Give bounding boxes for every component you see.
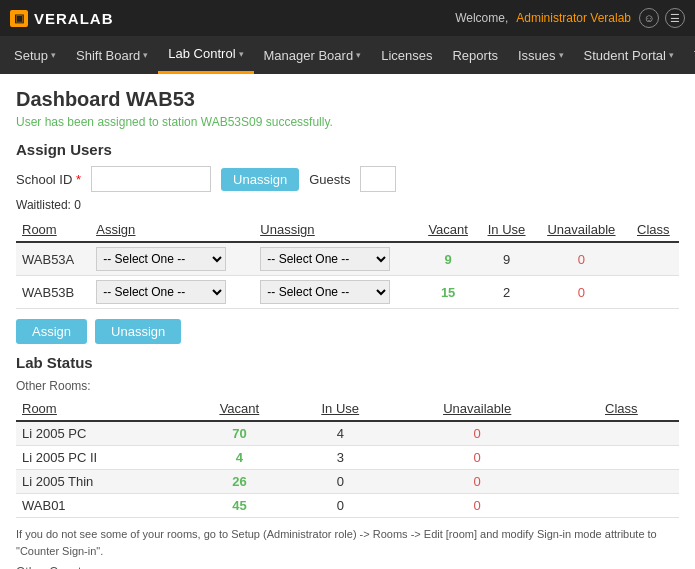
- nav-reports[interactable]: Reports: [442, 36, 508, 74]
- th-class: Class: [628, 218, 679, 242]
- ls-class-cell: [564, 421, 679, 446]
- inuse-cell: 9: [478, 242, 535, 276]
- class-cell: [628, 242, 679, 276]
- nav-student-portal[interactable]: Student Portal ▾: [574, 36, 684, 74]
- school-id-input[interactable]: [91, 166, 211, 192]
- ls-inuse-cell: 3: [290, 446, 391, 470]
- ls-unavail-cell: 0: [391, 421, 564, 446]
- ls-room-cell: Li 2005 PC: [16, 421, 189, 446]
- info-text: If you do not see some of your rooms, go…: [16, 526, 679, 559]
- ls-inuse-cell: 0: [290, 470, 391, 494]
- nav-setup[interactable]: Setup ▾: [4, 36, 66, 74]
- unassign-button[interactable]: Unassign: [95, 319, 181, 344]
- assign-users-title: Assign Users: [16, 141, 679, 158]
- unassign-select-cell: -- Select One --: [254, 242, 418, 276]
- unassign-select[interactable]: -- Select One --: [260, 280, 390, 304]
- student-caret: ▾: [669, 50, 674, 60]
- ls-th-room: Room: [16, 397, 189, 421]
- ls-class-cell: [564, 494, 679, 518]
- manager-caret: ▾: [356, 50, 361, 60]
- th-assign: Assign: [90, 218, 254, 242]
- ls-unavail-cell: 0: [391, 446, 564, 470]
- lab-status-row: Li 2005 PC II 4 3 0: [16, 446, 679, 470]
- assign-room-cell: WAB53B: [16, 276, 90, 309]
- unavail-cell: 0: [535, 242, 627, 276]
- nav-manager-board[interactable]: Manager Board ▾: [254, 36, 372, 74]
- nav-lab-control[interactable]: Lab Control ▾: [158, 36, 253, 74]
- ls-unavail-cell: 0: [391, 470, 564, 494]
- guests-label: Guests: [309, 172, 350, 187]
- user-icon[interactable]: ☺: [639, 8, 659, 28]
- top-icons: ☺ ☰: [639, 8, 685, 28]
- ls-th-vacant: Vacant: [189, 397, 290, 421]
- required-marker: *: [76, 172, 81, 187]
- page-title: Dashboard WAB53: [16, 88, 679, 111]
- other-counters-label: Other Counters:: [16, 565, 679, 569]
- assign-select-cell: -- Select One --: [90, 276, 254, 309]
- logo: ▣ VERALAB: [10, 10, 114, 27]
- other-rooms-label: Other Rooms:: [16, 379, 679, 393]
- assign-select[interactable]: -- Select One --: [96, 247, 226, 271]
- assign-table-row: WAB53B -- Select One -- -- Select One --…: [16, 276, 679, 309]
- lab-status-table: Room Vacant In Use Unavailable Class Li …: [16, 397, 679, 518]
- ls-room-cell: WAB01: [16, 494, 189, 518]
- lab-status-title: Lab Status: [16, 354, 679, 371]
- waitlisted-count: Waitlisted: 0: [16, 198, 679, 212]
- assign-form-row: School ID * Unassign Guests: [16, 166, 679, 192]
- logo-icon: ▣: [10, 10, 28, 27]
- ls-class-cell: [564, 470, 679, 494]
- unavail-cell: 0: [535, 276, 627, 309]
- vacant-cell: 9: [418, 242, 478, 276]
- inuse-cell: 2: [478, 276, 535, 309]
- setup-caret: ▾: [51, 50, 56, 60]
- nav-licenses[interactable]: Licenses: [371, 36, 442, 74]
- unassign-select[interactable]: -- Select One --: [260, 247, 390, 271]
- unassign-select-cell: -- Select One --: [254, 276, 418, 309]
- ls-th-unavail: Unavailable: [391, 397, 564, 421]
- nav-tools[interactable]: Tools ▾: [684, 36, 695, 74]
- th-unassign: Unassign: [254, 218, 418, 242]
- ls-th-inuse: In Use: [290, 397, 391, 421]
- assign-table: Room Assign Unassign Vacant In Use Unava…: [16, 218, 679, 309]
- top-right: Welcome, Administrator Veralab ☺ ☰: [455, 8, 685, 28]
- assign-button[interactable]: Assign: [16, 319, 87, 344]
- ls-room-cell: Li 2005 PC II: [16, 446, 189, 470]
- success-message: User has been assigned to station WAB53S…: [16, 115, 679, 129]
- shift-caret: ▾: [143, 50, 148, 60]
- school-id-label: School ID *: [16, 172, 81, 187]
- lab-status-row: WAB01 45 0 0: [16, 494, 679, 518]
- unassign-top-button[interactable]: Unassign: [221, 168, 299, 191]
- assign-select[interactable]: -- Select One --: [96, 280, 226, 304]
- ls-room-cell: Li 2005 Thin: [16, 470, 189, 494]
- assign-table-row: WAB53A -- Select One -- -- Select One --…: [16, 242, 679, 276]
- vacant-cell: 15: [418, 276, 478, 309]
- ls-class-cell: [564, 446, 679, 470]
- welcome-text: Welcome,: [455, 11, 508, 25]
- ls-unavail-cell: 0: [391, 494, 564, 518]
- ls-inuse-cell: 0: [290, 494, 391, 518]
- ls-th-class: Class: [564, 397, 679, 421]
- lab-status-row: Li 2005 Thin 26 0 0: [16, 470, 679, 494]
- th-vacant: Vacant: [418, 218, 478, 242]
- lab-status-section: Lab Status Other Rooms: Room Vacant In U…: [16, 354, 679, 569]
- main-nav: Setup ▾ Shift Board ▾ Lab Control ▾ Mana…: [0, 36, 695, 74]
- main-content: Dashboard WAB53 User has been assigned t…: [0, 74, 695, 569]
- ls-vacant-cell: 26: [189, 470, 290, 494]
- ls-vacant-cell: 4: [189, 446, 290, 470]
- nav-shift-board[interactable]: Shift Board ▾: [66, 36, 158, 74]
- lab-status-row: Li 2005 PC 70 4 0: [16, 421, 679, 446]
- lab-caret: ▾: [239, 49, 244, 59]
- guests-input[interactable]: [360, 166, 396, 192]
- menu-icon[interactable]: ☰: [665, 8, 685, 28]
- th-room: Room: [16, 218, 90, 242]
- ls-inuse-cell: 4: [290, 421, 391, 446]
- ls-vacant-cell: 70: [189, 421, 290, 446]
- th-inuse: In Use: [478, 218, 535, 242]
- top-bar: ▣ VERALAB Welcome, Administrator Veralab…: [0, 0, 695, 36]
- assign-room-cell: WAB53A: [16, 242, 90, 276]
- nav-issues[interactable]: Issues ▾: [508, 36, 574, 74]
- ls-vacant-cell: 45: [189, 494, 290, 518]
- class-cell: [628, 276, 679, 309]
- action-buttons: Assign Unassign: [16, 319, 679, 344]
- assign-select-cell: -- Select One --: [90, 242, 254, 276]
